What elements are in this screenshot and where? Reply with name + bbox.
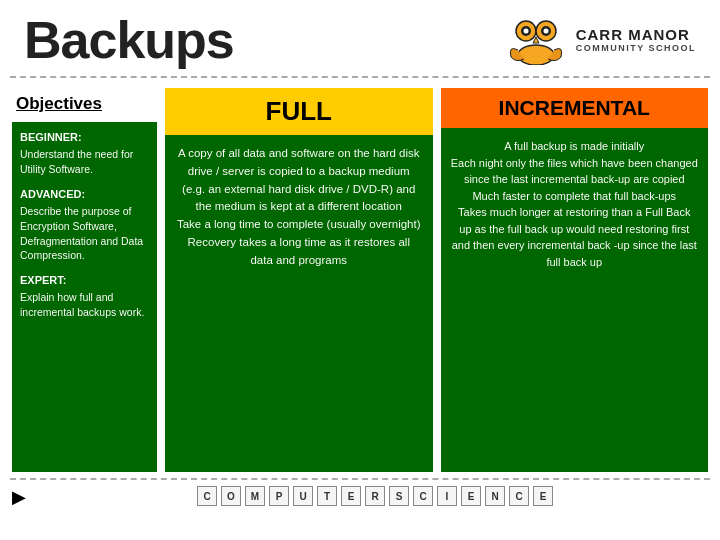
logo-text: CARR MANOR COMMUNITY SCHOOL (576, 27, 696, 54)
school-subtitle: COMMUNITY SCHOOL (576, 43, 696, 53)
footer-letter: C (413, 486, 433, 506)
full-body: A copy of all data and software on the h… (165, 135, 433, 472)
footer-letter: R (365, 486, 385, 506)
footer-letter: O (221, 486, 241, 506)
footer-letter: T (317, 486, 337, 506)
svg-point-7 (518, 45, 554, 65)
beginner-title: BEGINNER: (20, 130, 149, 145)
incremental-header: INCREMENTAL (441, 88, 709, 128)
footer: ▶ COMPUTERSCIENCE (0, 480, 720, 512)
footer-letter: N (485, 486, 505, 506)
footer-letter: C (197, 486, 217, 506)
footer-letter: M (245, 486, 265, 506)
objective-beginner: BEGINNER: Understand the need for Utilit… (20, 130, 149, 177)
school-logo-icon (506, 15, 566, 65)
incremental-body: A full backup is made initiallyEach nigh… (441, 128, 709, 472)
footer-letter: C (509, 486, 529, 506)
footer-letter: E (533, 486, 553, 506)
full-column: FULL A copy of all data and software on … (165, 88, 433, 472)
beginner-body: Understand the need for Utility Software… (20, 147, 149, 176)
next-arrow[interactable]: ▶ (12, 486, 26, 508)
svg-point-4 (523, 29, 528, 34)
full-header: FULL (165, 88, 433, 135)
advanced-body: Describe the purpose of Encryption Softw… (20, 204, 149, 263)
objectives-content: BEGINNER: Understand the need for Utilit… (12, 122, 157, 472)
footer-letter: P (269, 486, 289, 506)
school-name: CARR MANOR (576, 27, 690, 44)
left-column: Objectives BEGINNER: Understand the need… (12, 88, 157, 472)
header: Backups CARR MANOR COMMUNITY SCHOOL (0, 0, 720, 76)
incremental-column: INCREMENTAL A full backup is made initia… (441, 88, 709, 472)
objectives-label: Objectives (12, 88, 157, 122)
svg-point-5 (543, 29, 548, 34)
logo-area: CARR MANOR COMMUNITY SCHOOL (506, 15, 696, 65)
objective-expert: EXPERT: Explain how full and incremental… (20, 273, 149, 320)
advanced-title: ADVANCED: (20, 187, 149, 202)
footer-letters: COMPUTERSCIENCE (42, 486, 708, 506)
expert-body: Explain how full and incremental backups… (20, 290, 149, 319)
expert-title: EXPERT: (20, 273, 149, 288)
footer-letter: E (341, 486, 361, 506)
footer-letter: I (437, 486, 457, 506)
main-content: Objectives BEGINNER: Understand the need… (0, 78, 720, 478)
objective-advanced: ADVANCED: Describe the purpose of Encryp… (20, 187, 149, 263)
footer-letter: S (389, 486, 409, 506)
footer-letter: U (293, 486, 313, 506)
page-title: Backups (24, 14, 234, 66)
footer-letter: E (461, 486, 481, 506)
